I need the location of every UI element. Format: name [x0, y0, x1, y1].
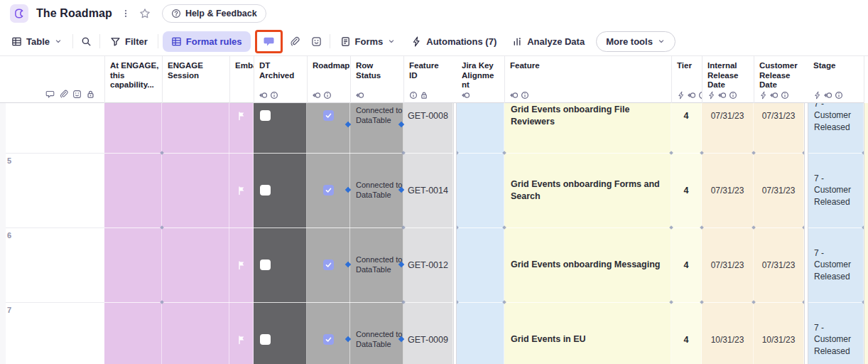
checkbox-checked[interactable] — [323, 334, 334, 345]
cell-feature[interactable]: Grid Events onboarding Messaging — [504, 228, 671, 302]
row-number[interactable]: 6 — [7, 231, 11, 240]
cell-tier[interactable]: 4 — [671, 228, 702, 302]
filter-button[interactable]: Filter — [104, 32, 153, 51]
format-rules-label: Format rules — [186, 36, 242, 47]
column-header-row-status[interactable]: Row Status — [350, 56, 403, 103]
cell-feature-id[interactable]: GET-0009 — [403, 302, 453, 364]
column-header-engage-session[interactable]: ENGAGE Session — [162, 56, 229, 103]
checkbox-checked[interactable] — [323, 110, 334, 121]
cell-customer-date[interactable]: 07/31/23 — [754, 228, 804, 302]
cell-feature[interactable]: Grid Events in EU — [504, 302, 671, 364]
cell-roadmap[interactable] — [307, 153, 350, 228]
favorite-button[interactable] — [139, 8, 151, 19]
column-header-emba[interactable]: Emba — [229, 56, 254, 103]
info-icon — [781, 91, 789, 100]
feature-value: Grid Events onboarding Forms and Search — [504, 178, 671, 202]
doc-logo-icon[interactable] — [10, 4, 28, 23]
checkbox-checked[interactable] — [323, 259, 334, 270]
chevron-down-icon — [387, 37, 396, 46]
cell-internal-date[interactable]: 10/31/23 — [702, 302, 754, 364]
comment-icon[interactable] — [45, 90, 55, 99]
checkbox-unchecked[interactable] — [260, 334, 271, 345]
analyze-data-label: Analyze Data — [527, 36, 585, 47]
column-header-roadmap[interactable]: Roadmap — [307, 56, 350, 103]
cell-row-status[interactable]: Connected to DataTable — [350, 228, 403, 302]
cell-roadmap[interactable] — [307, 228, 350, 302]
column-header-at-engage[interactable]: At ENGAGE, this capability... — [104, 56, 162, 103]
checkbox-unchecked[interactable] — [260, 259, 271, 270]
stage-value: 7 - Customer Released — [808, 98, 863, 133]
cell-stage[interactable]: 7 - Customer Released — [808, 153, 864, 228]
table-view-button[interactable]: Table — [6, 32, 68, 51]
cell-tier[interactable]: 4 — [671, 153, 702, 228]
cell-jira-key[interactable] — [457, 153, 504, 228]
cell-row-status[interactable]: Connected to DataTable — [350, 153, 403, 228]
more-tools-button[interactable]: More tools — [596, 31, 676, 52]
column-label: Jira Key Alignment — [462, 61, 499, 90]
cell-internal-date[interactable]: 07/31/23 — [702, 228, 754, 302]
cell-emba[interactable] — [229, 228, 254, 302]
chevron-down-icon — [54, 37, 63, 46]
flag-icon — [237, 335, 246, 345]
analyze-data-button[interactable]: Analyze Data — [506, 32, 590, 51]
format-rules-button[interactable]: Format rules — [163, 31, 251, 52]
column-header-jira-key[interactable]: Jira Key Alignment — [457, 56, 504, 103]
flag-icon — [237, 260, 246, 270]
cell-feature-id[interactable]: GET-0014 — [403, 153, 453, 228]
cell-jira-key[interactable] — [457, 228, 504, 302]
cell-dt-archived[interactable] — [254, 302, 307, 364]
lock-icon — [86, 90, 95, 99]
table-view-label: Table — [26, 36, 50, 47]
row-number[interactable]: 5 — [7, 156, 11, 165]
column-header-tier[interactable]: Tier — [671, 56, 702, 103]
cell-emba[interactable] — [229, 302, 254, 364]
doc-menu-button[interactable] — [121, 9, 131, 18]
cell-engage-session[interactable] — [162, 153, 229, 228]
help-feedback-button[interactable]: Help & Feedback — [162, 4, 266, 23]
column-header-customer-release-date[interactable]: Customer Release Date — [754, 56, 804, 103]
checkbox-unchecked[interactable] — [260, 185, 271, 196]
cell-stage[interactable]: 7 - Customer Released — [808, 228, 864, 302]
checkbox-checked[interactable] — [323, 185, 334, 196]
cell-at-engage[interactable] — [104, 153, 162, 228]
cell-dt-archived[interactable] — [254, 153, 307, 228]
kebab-icon — [121, 9, 131, 18]
customer-date-value: 07/31/23 — [754, 260, 803, 270]
cell-at-engage[interactable] — [104, 228, 162, 302]
row-number[interactable]: 7 — [7, 306, 11, 314]
cell-internal-date[interactable]: 07/31/23 — [702, 153, 754, 228]
cell-row-status[interactable]: Connected to DataTable — [350, 302, 403, 364]
cell-roadmap[interactable] — [307, 302, 350, 364]
cell-at-engage[interactable] — [104, 302, 162, 364]
cell-feature-id[interactable]: GET-0012 — [403, 228, 453, 302]
cell-customer-date[interactable]: 10/31/23 — [754, 302, 804, 364]
attachment-icon[interactable] — [59, 90, 68, 99]
automations-button[interactable]: Automations (7) — [406, 32, 502, 51]
feature-id-value: GET-0012 — [403, 260, 452, 270]
cell-stage[interactable]: 7 - Customer Released — [808, 302, 864, 364]
cell-feature[interactable]: Grid Events onboarding Forms and Search — [504, 153, 671, 228]
format-grid-icon — [171, 36, 182, 47]
cell-tier[interactable]: 4 — [671, 302, 702, 364]
lock-icon — [420, 91, 428, 100]
sync-icon — [259, 91, 268, 100]
checkbox-unchecked[interactable] — [260, 110, 271, 121]
forms-button[interactable]: Forms — [335, 32, 402, 51]
cell-emba[interactable] — [229, 153, 254, 228]
cell-jira-key[interactable] — [457, 302, 504, 364]
cell-engage-session[interactable] — [162, 228, 229, 302]
column-header-feature[interactable]: Feature — [504, 56, 671, 103]
column-header-internal-release-date[interactable]: Internal Release Date — [702, 56, 754, 103]
search-button[interactable] — [77, 33, 95, 50]
cell-customer-date[interactable]: 07/31/23 — [754, 153, 804, 228]
cell-engage-session[interactable] — [162, 302, 229, 364]
comment-button[interactable] — [261, 34, 276, 49]
column-header-stage[interactable]: Stage — [808, 56, 864, 103]
emoji-button[interactable] — [308, 33, 325, 50]
emoji-icon[interactable] — [72, 90, 82, 99]
column-header-feature-id[interactable]: Feature ID — [403, 56, 453, 103]
attachment-button[interactable] — [286, 33, 303, 50]
cell-dt-archived[interactable] — [254, 228, 307, 302]
question-icon — [171, 9, 181, 18]
column-header-dt-archived[interactable]: DT Archived — [254, 56, 307, 103]
